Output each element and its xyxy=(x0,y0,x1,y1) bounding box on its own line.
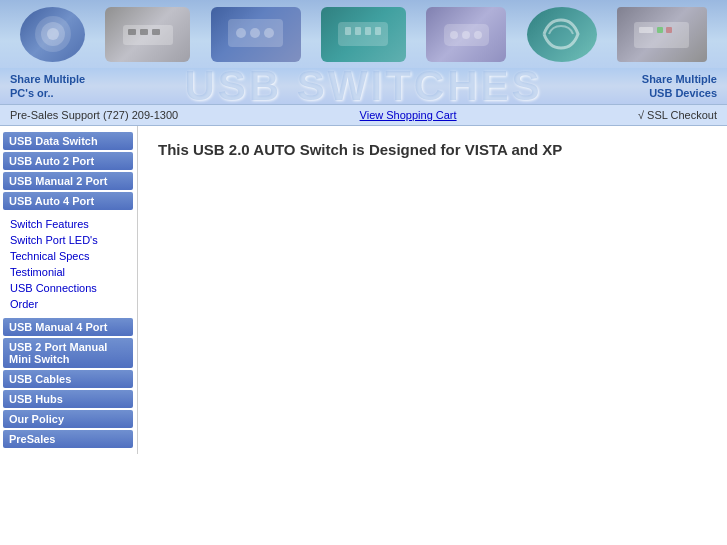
sidebar-link-switch-port-leds[interactable]: Switch Port LED's xyxy=(0,232,137,248)
svg-point-18 xyxy=(462,31,470,39)
svg-rect-22 xyxy=(657,27,663,33)
sidebar-link-order[interactable]: Order xyxy=(0,296,137,312)
presales-support-text: Pre-Sales Support (727) 209-1300 xyxy=(10,109,178,121)
main-layout: USB Data Switch USB Auto 2 Port USB Manu… xyxy=(0,126,727,454)
brand-band: Share Multiple PC's or.. USB SWITCHES Sh… xyxy=(0,68,727,104)
svg-rect-12 xyxy=(345,27,351,35)
sidebar-btn-usb-data-switch[interactable]: USB Data Switch xyxy=(3,132,133,150)
svg-point-17 xyxy=(450,31,458,39)
content-heading: This USB 2.0 AUTO Switch is Designed for… xyxy=(158,141,707,158)
sidebar-btn-usb-auto-4-port[interactable]: USB Auto 4 Port xyxy=(3,192,133,210)
sidebar: USB Data Switch USB Auto 2 Port USB Manu… xyxy=(0,126,138,454)
svg-rect-21 xyxy=(639,27,653,33)
svg-rect-14 xyxy=(365,27,371,35)
sidebar-btn-usb-auto-2-port[interactable]: USB Auto 2 Port xyxy=(3,152,133,170)
share-right-text: Share Multiple USB Devices xyxy=(627,72,717,101)
svg-point-8 xyxy=(236,28,246,38)
product-img-circular xyxy=(20,7,85,62)
svg-point-9 xyxy=(250,28,260,38)
svg-point-10 xyxy=(264,28,274,38)
svg-rect-23 xyxy=(666,27,672,33)
content-area: This USB 2.0 AUTO Switch is Designed for… xyxy=(138,126,727,454)
sidebar-link-switch-features[interactable]: Switch Features xyxy=(0,216,137,232)
svg-rect-6 xyxy=(152,29,160,35)
sidebar-link-technical-specs[interactable]: Technical Specs xyxy=(0,248,137,264)
sidebar-btn-usb-manual-2-port[interactable]: USB Manual 2 Port xyxy=(3,172,133,190)
sidebar-link-usb-connections[interactable]: USB Connections xyxy=(0,280,137,296)
sidebar-btn-usb-cables[interactable]: USB Cables xyxy=(3,370,133,388)
svg-rect-4 xyxy=(128,29,136,35)
product-img-coil xyxy=(527,7,597,62)
brand-title: USB SWITCHES xyxy=(100,65,627,107)
ssl-checkout-text: √ SSL Checkout xyxy=(638,109,717,121)
svg-rect-20 xyxy=(634,22,689,48)
svg-rect-13 xyxy=(355,27,361,35)
product-img-flat-switch xyxy=(105,7,190,62)
product-img-purple-switch xyxy=(426,7,506,62)
sidebar-link-testimonial[interactable]: Testimonial xyxy=(0,264,137,280)
product-img-blue-hub xyxy=(211,7,301,62)
view-cart-link[interactable]: View Shopping Cart xyxy=(360,109,457,121)
svg-rect-15 xyxy=(375,27,381,35)
product-img-gray-box xyxy=(617,7,707,62)
sidebar-btn-our-policy[interactable]: Our Policy xyxy=(3,410,133,428)
sidebar-btn-usb-2-port-manual-mini[interactable]: USB 2 Port Manual Mini Switch xyxy=(3,338,133,368)
sidebar-btn-presales[interactable]: PreSales xyxy=(3,430,133,448)
product-img-teal-switch xyxy=(321,7,406,62)
sidebar-btn-usb-hubs[interactable]: USB Hubs xyxy=(3,390,133,408)
svg-point-2 xyxy=(47,28,59,40)
svg-rect-5 xyxy=(140,29,148,35)
sidebar-btn-usb-manual-4-port[interactable]: USB Manual 4 Port xyxy=(3,318,133,336)
svg-point-19 xyxy=(474,31,482,39)
header-products-row xyxy=(0,0,727,68)
share-left-text: Share Multiple PC's or.. xyxy=(10,72,100,101)
